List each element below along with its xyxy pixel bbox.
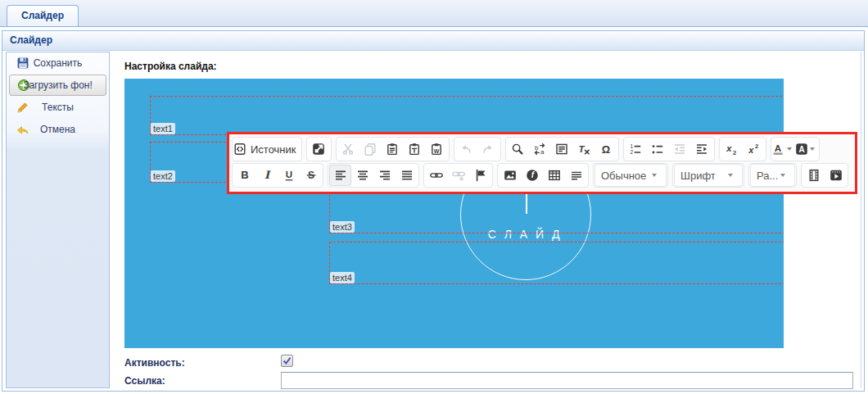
align-center-button[interactable] (351, 165, 373, 186)
chevron-down-icon (728, 174, 733, 177)
toolbar-group: Источник (232, 137, 302, 161)
toolbar-group (801, 163, 848, 188)
film-icon (807, 169, 821, 182)
text-color-button[interactable]: A (772, 138, 795, 160)
select-all-icon (555, 143, 568, 156)
copy-button[interactable] (359, 138, 382, 160)
image-button[interactable] (499, 165, 521, 186)
paste-word-button[interactable]: W (426, 138, 448, 160)
flash-button[interactable]: f (521, 165, 543, 186)
italic-icon: I (260, 169, 274, 182)
editor-toolbar: ИсточникWbaTΩ12x2x2AABIUSfОбычноеШрифтРа… (227, 132, 857, 194)
toolbar-group (423, 163, 493, 188)
text-zone-3[interactable]: text3 (329, 191, 784, 233)
tab-label: Слайдер (21, 10, 64, 21)
svg-text:1: 1 (630, 143, 633, 149)
chevron-down-icon (652, 174, 657, 177)
underline-button[interactable]: U (278, 165, 300, 186)
outdent-button[interactable] (669, 138, 691, 160)
svg-text:2: 2 (630, 149, 633, 155)
sidebar: СохранитьЗагрузить фон!ТекстыОтмена (6, 52, 110, 388)
align-center-icon (356, 169, 369, 182)
select-all-button[interactable] (551, 138, 573, 160)
slide-canvas[interactable]: С Л А Й Д text1 text2 text3 text4 (124, 79, 784, 348)
video-file-button[interactable] (802, 165, 825, 186)
align-justify-button[interactable] (396, 165, 418, 186)
toolbar-group: BIUS (232, 163, 323, 188)
numbered-list-button[interactable]: 12 (625, 138, 647, 160)
find-icon (511, 143, 524, 156)
strike-icon: S (305, 169, 318, 182)
underline-icon: U (283, 169, 296, 182)
text-zone-label[interactable]: text3 (330, 221, 355, 233)
strikethrough-button[interactable]: S (300, 165, 322, 186)
section-label: Настройка слайда: (124, 61, 217, 72)
bg-color-button[interactable]: A (795, 138, 818, 160)
sidebar-item-upload-bg[interactable]: Загрузить фон! (9, 75, 106, 96)
source-icon (233, 143, 246, 156)
paste-button[interactable] (382, 138, 404, 160)
source-button[interactable]: Источник (233, 138, 301, 160)
sidebar-item-cancel[interactable]: Отмена (9, 120, 106, 139)
svg-text:x: x (726, 143, 732, 153)
anchor-button[interactable] (469, 165, 491, 186)
paste-text-button[interactable] (404, 138, 426, 160)
maximize-icon (312, 143, 325, 156)
link-input[interactable] (281, 372, 853, 389)
dropdown-label: Обычное (601, 170, 646, 182)
text-zone-4[interactable]: text4 (329, 242, 784, 284)
toolbar-group (328, 163, 419, 188)
text-zone-label[interactable]: text1 (151, 123, 175, 134)
cut-button[interactable] (337, 138, 359, 160)
text-zone-label[interactable]: text4 (330, 272, 355, 283)
align-right-button[interactable] (373, 165, 396, 186)
flash-icon: f (526, 169, 539, 182)
superscript-button[interactable]: x2 (743, 138, 765, 160)
unlink-button[interactable] (447, 165, 469, 186)
button-label: Источник (251, 143, 296, 156)
undo-button[interactable] (455, 138, 477, 160)
svg-text:W: W (434, 148, 440, 154)
content-right-border (861, 52, 861, 388)
table-button[interactable] (543, 165, 565, 186)
toolbar-group: W (336, 137, 450, 161)
sidebar-item-save[interactable]: Сохранить (9, 53, 106, 73)
remove-format-icon: T (577, 143, 590, 156)
italic-button[interactable]: I (255, 165, 278, 186)
maximize-button[interactable] (308, 138, 330, 160)
video-embed-button[interactable] (825, 165, 847, 186)
svg-text:2: 2 (755, 143, 758, 150)
format-select[interactable]: Обычное (594, 164, 667, 187)
bold-button[interactable]: B (233, 165, 255, 186)
horizontal-rule-button[interactable] (565, 165, 587, 186)
size-select[interactable]: Ра... (750, 164, 795, 187)
find-button[interactable] (507, 138, 529, 160)
numbered-list-icon: 12 (629, 143, 642, 156)
text-zone-label[interactable]: text2 (151, 170, 175, 182)
align-left-button[interactable] (329, 165, 351, 186)
replace-button[interactable]: ba (529, 138, 551, 160)
align-justify-icon (400, 169, 414, 182)
copy-icon (364, 143, 377, 156)
panel-title: Слайдер (10, 34, 52, 46)
bulleted-list-button[interactable] (647, 138, 669, 160)
remove-format-button[interactable]: T (573, 138, 595, 160)
link-icon (430, 169, 443, 182)
text-zone-1[interactable]: text1 (150, 96, 784, 135)
redo-button[interactable] (477, 138, 500, 160)
indent-button[interactable] (691, 138, 713, 160)
font-select[interactable]: Шрифт (674, 164, 743, 187)
activity-checkbox[interactable] (281, 355, 293, 367)
undo-arrow-icon (459, 143, 472, 156)
special-char-button[interactable]: Ω (595, 138, 617, 160)
link-button[interactable] (425, 165, 447, 186)
subscript-button[interactable]: x2 (721, 138, 743, 160)
svg-text:I: I (264, 169, 270, 181)
toolbar-row: ИсточникWbaTΩ12x2x2AA (232, 136, 852, 162)
link-label: Ссылка: (124, 375, 165, 387)
sidebar-item-texts[interactable]: Тексты (9, 97, 106, 117)
toolbar-row: BIUSfОбычноеШрифтРа... (232, 162, 852, 188)
toolbar-group: AA (771, 137, 820, 161)
svg-text:Ω: Ω (602, 143, 610, 156)
tab-slider[interactable]: Слайдер (7, 5, 79, 26)
